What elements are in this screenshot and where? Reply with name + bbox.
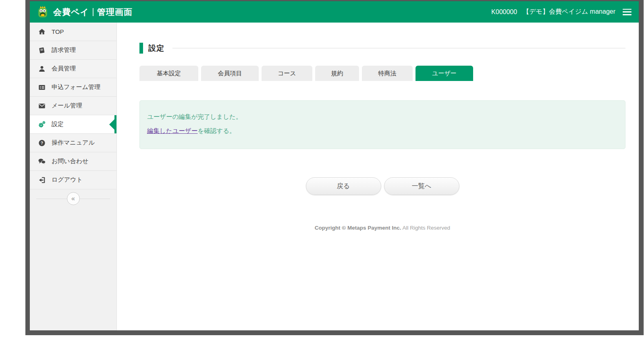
to-list-button[interactable]: 一覧へ bbox=[384, 177, 459, 195]
gears-icon bbox=[38, 120, 46, 129]
sidebar: TOP 請求管理 会員管理 bbox=[30, 23, 117, 330]
sidebar-item-members[interactable]: 会員管理 bbox=[30, 60, 116, 78]
success-message-box: ユーザーの編集が完了しました。 編集したユーザーを確認する。 bbox=[139, 100, 625, 149]
tab-commercial-law[interactable]: 特商法 bbox=[362, 66, 413, 81]
copyright-company: Copyright © Metaps Payment Inc. bbox=[315, 225, 401, 231]
sidebar-item-billing[interactable]: 請求管理 bbox=[30, 41, 116, 60]
sidebar-item-top[interactable]: TOP bbox=[30, 23, 116, 41]
chevron-double-left-icon: « bbox=[71, 195, 75, 202]
user-icon bbox=[38, 65, 46, 73]
sidebar-item-label: 会員管理 bbox=[52, 65, 76, 73]
copyright-rest: All Rights Reserved bbox=[401, 225, 451, 231]
form-icon bbox=[38, 83, 46, 91]
brand-logo[interactable]: 会費ペイ 管理画面 bbox=[35, 5, 133, 19]
svg-text:?: ? bbox=[41, 141, 43, 145]
title-divider bbox=[172, 48, 625, 48]
account-info: K000000 【デモ】会費ペイジム manager bbox=[491, 8, 615, 16]
sidebar-item-label: 申込フォーム管理 bbox=[52, 83, 100, 91]
tab-users[interactable]: ユーザー bbox=[415, 66, 473, 81]
action-buttons: 戻る 一覧へ bbox=[139, 177, 625, 195]
tab-terms[interactable]: 規約 bbox=[315, 66, 359, 81]
title-accent-bar bbox=[139, 43, 143, 54]
brand-divider bbox=[93, 8, 93, 16]
tab-course[interactable]: コース bbox=[262, 66, 312, 81]
back-button[interactable]: 戻る bbox=[306, 177, 381, 195]
sidebar-item-mail[interactable]: メール管理 bbox=[30, 97, 116, 115]
sidebar-item-label: 操作マニュアル bbox=[52, 139, 95, 147]
sidebar-item-manual[interactable]: ? 操作マニュアル bbox=[30, 134, 116, 152]
sidebar-item-label: TOP bbox=[52, 28, 64, 35]
top-bar: 会費ペイ 管理画面 K000000 【デモ】会費ペイジム manager bbox=[30, 1, 639, 23]
sidebar-item-label: メール管理 bbox=[52, 102, 82, 110]
sidebar-item-application-forms[interactable]: 申込フォーム管理 bbox=[30, 78, 116, 97]
tab-basic-settings[interactable]: 基本設定 bbox=[139, 66, 198, 81]
success-message-line2: 編集したユーザーを確認する。 bbox=[147, 127, 618, 135]
sidebar-collapse-button[interactable]: « bbox=[67, 192, 80, 205]
tab-member-fields[interactable]: 会員項目 bbox=[201, 66, 259, 81]
sidebar-item-label: お問い合わせ bbox=[52, 158, 88, 165]
question-icon: ? bbox=[38, 139, 46, 147]
success-message-text: ユーザーの編集が完了しました。 bbox=[147, 113, 618, 121]
sidebar-item-logout[interactable]: ログアウト bbox=[30, 171, 116, 189]
book-icon bbox=[38, 46, 46, 54]
settings-tabs: 基本設定 会員項目 コース 規約 特商法 ユーザー bbox=[139, 66, 625, 81]
sidebar-item-label: ログアウト bbox=[52, 176, 83, 184]
sidebar-item-settings[interactable]: 設定 bbox=[30, 115, 116, 134]
edited-user-link[interactable]: 編集したユーザー bbox=[147, 127, 197, 134]
home-icon bbox=[38, 28, 46, 36]
active-item-marker bbox=[114, 115, 116, 133]
sidebar-item-label: 請求管理 bbox=[52, 46, 76, 54]
brand-subtitle: 管理画面 bbox=[97, 6, 133, 18]
chat-icon bbox=[38, 158, 46, 166]
main-content: 設定 基本設定 会員項目 コース 規約 特商法 ユーザー ユーザーの編集が完了し… bbox=[117, 23, 639, 330]
account-code: K000000 bbox=[491, 8, 517, 16]
copyright-footer: Copyright © Metaps Payment Inc. All Righ… bbox=[139, 225, 625, 231]
brand-name: 会費ペイ bbox=[53, 6, 89, 18]
sidebar-item-contact[interactable]: お問い合わせ bbox=[30, 152, 116, 171]
mail-icon bbox=[38, 102, 46, 110]
frog-mascot-icon bbox=[35, 5, 50, 19]
app-window: 会費ペイ 管理画面 K000000 【デモ】会費ペイジム manager TOP bbox=[25, 0, 644, 335]
page-title: 設定 bbox=[148, 43, 164, 54]
sidebar-item-label: 設定 bbox=[52, 120, 64, 128]
account-name: 【デモ】会費ペイジム manager bbox=[523, 8, 615, 16]
sidebar-collapse-row: « bbox=[30, 189, 116, 208]
hamburger-menu-icon[interactable] bbox=[623, 9, 632, 15]
logout-icon bbox=[38, 176, 46, 184]
page-header: 設定 bbox=[139, 43, 625, 54]
confirm-text: を確認する。 bbox=[197, 127, 235, 134]
